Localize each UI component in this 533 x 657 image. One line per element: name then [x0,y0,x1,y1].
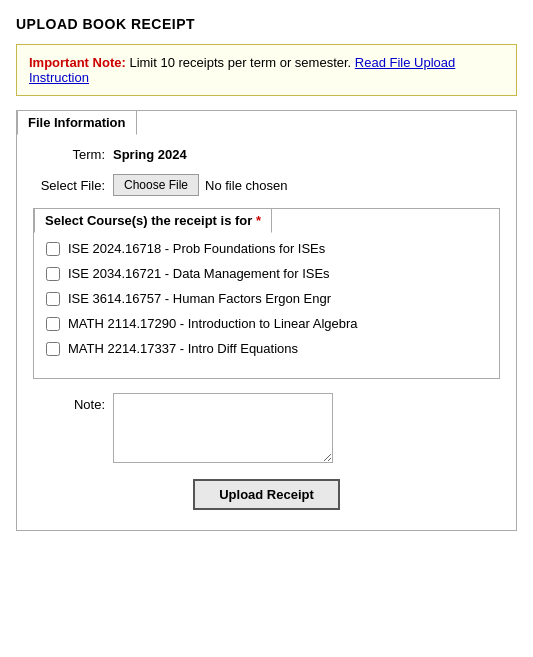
term-value: Spring 2024 [113,147,187,162]
file-input-container: Choose File No file chosen [113,174,287,196]
course-label: MATH 2114.17290 - Introduction to Linear… [68,316,358,331]
list-item: MATH 2214.17337 - Intro Diff Equations [46,341,487,356]
course-label: MATH 2214.17337 - Intro Diff Equations [68,341,298,356]
select-file-label: Select File: [33,178,113,193]
list-item: ISE 2034.16721 - Data Management for ISE… [46,266,487,281]
upload-btn-row: Upload Receipt [33,479,500,510]
courses-list: ISE 2024.16718 - Prob Foundations for IS… [46,241,487,356]
page-title: UPLOAD BOOK RECEIPT [16,16,517,32]
course-checkbox-4[interactable] [46,342,60,356]
course-label: ISE 2034.16721 - Data Management for ISE… [68,266,330,281]
course-label: ISE 2024.16718 - Prob Foundations for IS… [68,241,325,256]
select-file-row: Select File: Choose File No file chosen [33,174,500,196]
course-checkbox-1[interactable] [46,267,60,281]
courses-required-marker: * [256,213,261,228]
choose-file-button[interactable]: Choose File [113,174,199,196]
list-item: ISE 2024.16718 - Prob Foundations for IS… [46,241,487,256]
course-checkbox-0[interactable] [46,242,60,256]
course-checkbox-2[interactable] [46,292,60,306]
file-info-panel: File Information Term: Spring 2024 Selec… [16,110,517,531]
notice-text: Limit 10 receipts per term or semester. [129,55,351,70]
courses-tab: Select Course(s) the receipt is for * [34,208,272,233]
list-item: MATH 2114.17290 - Introduction to Linear… [46,316,487,331]
courses-box: Select Course(s) the receipt is for * IS… [33,208,500,379]
no-file-text: No file chosen [205,178,287,193]
note-row: Note: [33,393,500,463]
file-info-tab: File Information [17,110,137,135]
term-row: Term: Spring 2024 [33,147,500,162]
note-label: Note: [33,393,113,412]
upload-receipt-button[interactable]: Upload Receipt [193,479,340,510]
notice-box: Important Note: Limit 10 receipts per te… [16,44,517,96]
course-checkbox-3[interactable] [46,317,60,331]
courses-tab-label: Select Course(s) the receipt is for [45,213,252,228]
note-textarea[interactable] [113,393,333,463]
term-label: Term: [33,147,113,162]
notice-important-label: Important Note: [29,55,126,70]
list-item: ISE 3614.16757 - Human Factors Ergon Eng… [46,291,487,306]
course-label: ISE 3614.16757 - Human Factors Ergon Eng… [68,291,331,306]
